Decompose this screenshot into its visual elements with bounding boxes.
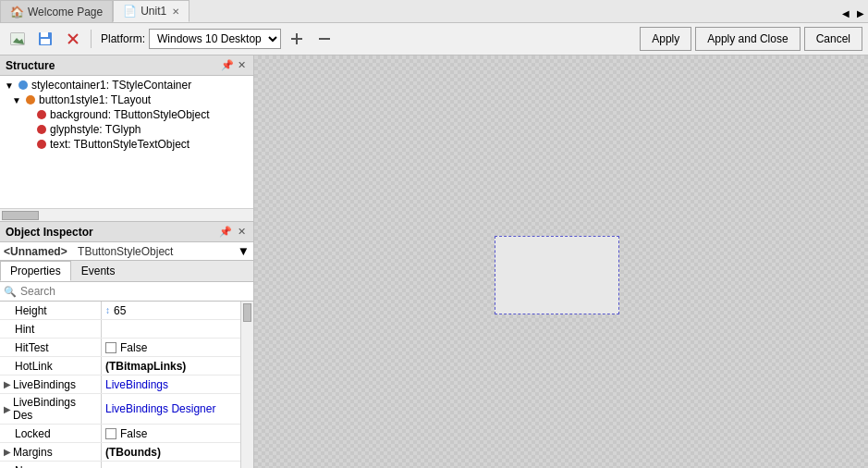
tree-icon-0 xyxy=(17,79,30,92)
inspector-header: Object Inspector 📌 ✕ xyxy=(0,222,253,242)
tree-icon-2 xyxy=(35,108,48,121)
prop-name-hittest: HitTest xyxy=(0,339,102,356)
toolbar-delete-btn[interactable] xyxy=(61,29,85,49)
inspector-header-btns: 📌 ✕ xyxy=(217,226,248,238)
prop-value-name[interactable] xyxy=(102,462,240,468)
prop-value-margins[interactable]: (TBounds) xyxy=(102,443,240,461)
content-area: Structure 📌 ✕ ▼ stylecontainer1: TStyleC… xyxy=(0,55,868,468)
tab-bar-arrow-left[interactable]: ◀ xyxy=(838,5,853,22)
cancel-button[interactable]: Cancel xyxy=(804,27,862,51)
search-input[interactable] xyxy=(18,283,250,300)
prop-value-hotlink[interactable]: (TBitmapLinks) xyxy=(102,357,240,375)
platform-select[interactable]: Windows 10 Desktop xyxy=(149,29,281,49)
platform-label: Platform: xyxy=(101,32,145,45)
prop-value-hint[interactable] xyxy=(102,320,240,338)
apply-close-button[interactable]: Apply and Close xyxy=(695,27,800,51)
toolbar-save-btn[interactable] xyxy=(33,29,57,49)
canvas-widget[interactable] xyxy=(495,236,619,314)
inspector-panel: Object Inspector 📌 ✕ <Unnamed> TButtonSt… xyxy=(0,222,253,468)
tab-welcome[interactable]: 🏠 Welcome Page xyxy=(0,0,113,22)
search-box: 🔍 xyxy=(0,282,253,302)
margins-expand[interactable]: ▶ xyxy=(4,447,11,457)
tab-welcome-label: Welcome Page xyxy=(28,6,103,18)
prop-value-locked[interactable]: False xyxy=(102,425,240,442)
prop-row-hotlink: HotLink (TBitmapLinks) xyxy=(0,357,240,376)
main-area xyxy=(254,55,868,468)
prop-row-name: Name xyxy=(0,462,240,468)
prop-row-margins: ▶ Margins (TBounds) xyxy=(0,443,240,462)
prop-name-livebindings-des: ▶ LiveBindings Des xyxy=(0,394,102,424)
tree-label-0: stylecontainer1: TStyleContainer xyxy=(31,79,191,92)
scrollbar-thumb[interactable] xyxy=(243,303,251,322)
tab-unit1-close[interactable]: ✕ xyxy=(172,6,179,17)
delete-icon xyxy=(66,31,80,46)
height-icon: ↕ xyxy=(105,305,110,315)
search-icon: 🔍 xyxy=(4,286,17,298)
inspector-pin-btn[interactable]: 📌 xyxy=(217,226,234,238)
svg-rect-5 xyxy=(41,39,50,44)
props-table: Height ↕ 65 Hint xyxy=(0,302,240,468)
hscroll-thumb[interactable] xyxy=(2,211,39,220)
tree-item-button1style[interactable]: ▼ button1style1: TLayout xyxy=(7,92,253,107)
structure-panel-header: Structure 📌 ✕ xyxy=(0,55,253,76)
tree-label-1: button1style1: TLayout xyxy=(39,93,151,106)
prop-name-locked: Locked xyxy=(0,425,102,442)
toolbar-add-btn[interactable] xyxy=(285,29,309,49)
prop-row-livebindings-des: ▶ LiveBindings Des LiveBindings Designer xyxy=(0,394,240,425)
prop-name-height: Height xyxy=(0,302,102,319)
structure-close-btn[interactable]: ✕ xyxy=(236,59,248,71)
inspector-title: Object Inspector xyxy=(6,226,93,239)
tree-item-text[interactable]: ▷ text: TButtonStyleTextObject xyxy=(18,137,253,152)
add-icon xyxy=(289,31,304,46)
canvas-area[interactable] xyxy=(254,55,868,468)
prop-value-livebindings-des[interactable]: LiveBindings Designer xyxy=(102,394,240,424)
tree-toggle-2: ▷ xyxy=(22,110,33,120)
prop-name-margins: ▶ Margins xyxy=(0,443,102,461)
tree-icon-3 xyxy=(35,123,48,136)
structure-panel: Structure 📌 ✕ ▼ stylecontainer1: TStyleC… xyxy=(0,55,253,222)
hittest-checkbox[interactable] xyxy=(105,342,116,353)
selector-dropdown-btn[interactable]: ▼ xyxy=(238,244,250,258)
livebindings-des-expand[interactable]: ▶ xyxy=(4,404,11,414)
tree-toggle-4: ▷ xyxy=(22,140,33,150)
toolbar-image-btn[interactable] xyxy=(6,29,30,49)
image-icon xyxy=(10,31,25,46)
structure-title: Structure xyxy=(6,59,219,72)
tree-icon-4 xyxy=(35,138,48,151)
top-toolbar: Platform: Windows 10 Desktop Apply Apply… xyxy=(0,23,868,55)
toolbar-minus-btn[interactable] xyxy=(312,29,336,49)
structure-tree: ▼ stylecontainer1: TStyleContainer ▼ but… xyxy=(0,76,253,208)
structure-hscroll[interactable] xyxy=(0,208,253,221)
tab-unit1[interactable]: 📄 Unit1 ✕ xyxy=(113,0,189,22)
inspector-close-btn[interactable]: ✕ xyxy=(236,226,248,238)
prop-value-livebindings[interactable]: LiveBindings xyxy=(102,376,240,393)
inspector-tab-properties[interactable]: Properties xyxy=(0,261,71,281)
inspector-tabs: Properties Events xyxy=(0,261,253,282)
tree-item-glyphstyle[interactable]: ▷ glyphstyle: TGlyph xyxy=(18,122,253,137)
tree-toggle-0[interactable]: ▼ xyxy=(4,80,15,91)
livebindings-expand[interactable]: ▶ xyxy=(4,379,11,389)
prop-value-height[interactable]: ↕ 65 xyxy=(102,302,240,319)
tab-bar-arrow-right[interactable]: ▶ xyxy=(853,5,868,22)
minus-icon xyxy=(317,31,332,46)
welcome-tab-icon: 🏠 xyxy=(10,6,24,18)
inspector-tab-events[interactable]: Events xyxy=(71,261,126,281)
tree-toggle-1[interactable]: ▼ xyxy=(11,95,22,105)
locked-checkbox[interactable] xyxy=(105,428,116,439)
prop-name-livebindings: ▶ LiveBindings xyxy=(0,376,102,393)
apply-button[interactable]: Apply xyxy=(640,27,691,51)
prop-row-height: Height ↕ 65 xyxy=(0,302,240,320)
props-scrollbar[interactable] xyxy=(240,302,253,468)
prop-row-hint: Hint xyxy=(0,320,240,339)
tree-icon-1 xyxy=(24,93,37,106)
tree-item-stylecontainer[interactable]: ▼ stylecontainer1: TStyleContainer xyxy=(0,78,253,92)
structure-pin-btn[interactable]: 📌 xyxy=(219,59,236,71)
tree-toggle-3: ▷ xyxy=(22,125,33,135)
tree-label-2: background: TButtonStyleObject xyxy=(50,108,210,121)
tree-label-3: glyphstyle: TGlyph xyxy=(50,123,141,136)
prop-value-hittest[interactable]: False xyxy=(102,339,240,356)
prop-name-hint: Hint xyxy=(0,320,102,338)
tree-label-4: text: TButtonStyleTextObject xyxy=(50,138,189,151)
selector-space xyxy=(71,245,74,258)
tree-item-background[interactable]: ▷ background: TButtonStyleObject xyxy=(18,107,253,122)
